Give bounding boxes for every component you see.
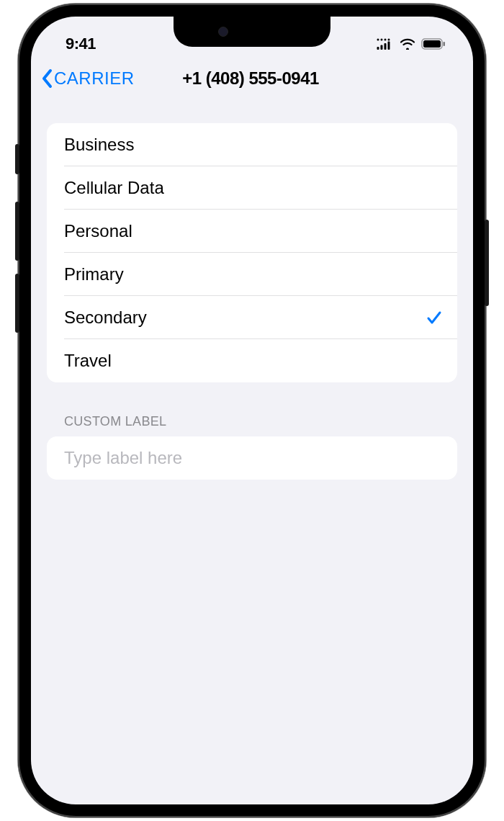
mute-switch [15, 144, 19, 174]
label-text: Cellular Data [64, 178, 164, 198]
back-button[interactable]: CARRIER [41, 68, 135, 89]
label-option-secondary[interactable]: Secondary [47, 296, 457, 339]
power-button [485, 220, 489, 306]
svg-rect-5 [381, 45, 383, 50]
page-title: +1 (408) 555-0941 [182, 68, 319, 89]
label-text: Business [64, 135, 134, 155]
label-text: Primary [64, 264, 124, 284]
label-option-personal[interactable]: Personal [47, 210, 457, 253]
nav-bar: CARRIER +1 (408) 555-0941 [31, 58, 473, 102]
content: Business Cellular Data Personal Primary … [31, 102, 473, 480]
wifi-icon [400, 38, 415, 50]
svg-point-0 [377, 39, 379, 41]
screen: 9:41 [31, 17, 473, 804]
battery-icon [421, 38, 446, 50]
label-text: Travel [64, 351, 112, 371]
svg-rect-9 [423, 40, 441, 48]
svg-rect-7 [388, 42, 390, 50]
front-camera [218, 27, 228, 37]
label-list: Business Cellular Data Personal Primary … [47, 123, 457, 382]
label-option-primary[interactable]: Primary [47, 253, 457, 296]
label-text: Personal [64, 221, 132, 241]
label-option-business[interactable]: Business [47, 123, 457, 166]
svg-rect-4 [377, 47, 379, 50]
notch [174, 17, 330, 47]
status-icons [377, 38, 446, 50]
chevron-left-icon [41, 68, 53, 89]
status-time: 9:41 [66, 35, 96, 53]
cellular-signal-icon [377, 38, 394, 50]
volume-down-button [15, 274, 19, 333]
svg-point-2 [384, 39, 387, 41]
custom-label-input[interactable] [64, 448, 440, 468]
phone-frame: 9:41 [18, 4, 486, 817]
svg-rect-10 [444, 42, 446, 46]
svg-point-1 [381, 39, 383, 41]
label-option-cellular-data[interactable]: Cellular Data [47, 166, 457, 210]
svg-rect-6 [384, 43, 387, 50]
volume-up-button [15, 202, 19, 261]
label-option-travel[interactable]: Travel [47, 339, 457, 382]
custom-label-header: CUSTOM LABEL [64, 414, 457, 429]
label-text: Secondary [64, 308, 147, 328]
checkmark-icon [426, 309, 443, 326]
svg-point-3 [388, 39, 390, 41]
back-label: CARRIER [54, 68, 135, 89]
custom-label-group [47, 436, 457, 480]
